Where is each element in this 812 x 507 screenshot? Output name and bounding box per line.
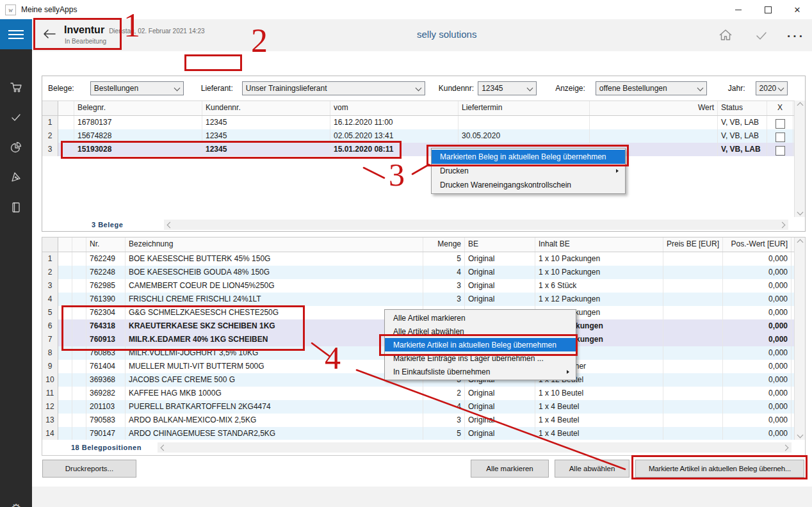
pie-chart-icon[interactable]	[0, 132, 32, 162]
menu-item[interactable]: Markierten Beleg in aktuellen Beleg über…	[432, 150, 625, 164]
rownum-cell: 8	[42, 346, 58, 360]
rownum-cell: 3	[42, 279, 58, 293]
book-icon[interactable]	[0, 192, 32, 222]
menu-item[interactable]: In Einkaufsliste übernehmen	[385, 365, 576, 378]
rownum-cell: 4	[42, 293, 58, 306]
scroll-right-icon[interactable]	[779, 221, 786, 228]
spacer-cell	[72, 279, 86, 293]
row-checkbox[interactable]	[775, 146, 785, 156]
druckreports-button[interactable]: Druckreports...	[42, 460, 136, 478]
menu-item[interactable]: Drucken Wareneingangskontrollschein	[432, 178, 625, 192]
alle-abwaehlen-button[interactable]: Alle abwählen	[555, 460, 629, 478]
belege-horizontal-scrollbar[interactable]	[164, 220, 788, 230]
menu-item-label: In Einkaufsliste übernehmen	[393, 367, 490, 376]
scroll-up-icon[interactable]	[797, 239, 803, 246]
bezeichnung-cell: CAMEMBERT COEUR DE LION45%250G	[126, 279, 423, 293]
scroll-left-icon[interactable]	[161, 444, 167, 451]
alle-markieren-button[interactable]: Alle markieren	[471, 460, 549, 478]
menge-cell: 3	[423, 293, 465, 306]
filter-dropdown[interactable]: Bestellungen	[90, 81, 184, 95]
belegnr-cell: 16780137	[74, 116, 202, 129]
menu-item[interactable]: Markierte Artikel in aktuellen Beleg übe…	[385, 338, 576, 351]
inhalt-be-cell: 1 x 12 Packungen	[535, 293, 663, 306]
spacer-cell	[72, 266, 86, 279]
table-row[interactable]: 3 15193028 12345 15.01.2020 08:11 V, VB,…	[42, 143, 794, 156]
rownum-cell: 13	[42, 414, 58, 427]
pos-wert-cell: 0,000	[723, 252, 792, 266]
positionen-vertical-scrollbar[interactable]	[794, 237, 805, 440]
row-checkbox[interactable]	[775, 119, 785, 129]
menu-item-label: Markierten Beleg in aktuellen Beleg über…	[440, 152, 606, 161]
scroll-down-icon[interactable]	[797, 209, 803, 216]
filter-dropdown[interactable]: 2020	[756, 81, 788, 95]
scroll-right-icon[interactable]	[783, 444, 789, 451]
table-row[interactable]: 12 201103 PUERELL BRATKARTOFFELN 2KG4474…	[42, 400, 794, 414]
shopping-cart-icon[interactable]	[0, 72, 32, 102]
checkmark-icon[interactable]	[0, 102, 32, 132]
kundennr-cell: 12345	[202, 143, 330, 156]
preis-be-cell	[663, 319, 723, 333]
uebernehmen-button[interactable]: Markierte Artikel in aktuellen Beleg übe…	[635, 460, 804, 478]
col-rownum	[42, 101, 58, 115]
spacer-cell	[58, 373, 72, 387]
bezeichnung-cell: BOE KAESESCHE BUTTERK 45% 150G	[126, 252, 423, 266]
nr-cell: 762985	[86, 279, 126, 293]
chevron-down-icon	[174, 85, 180, 92]
liefertermin-cell	[459, 116, 590, 129]
table-row[interactable]: 2 762248 BOE KAESESCHEIB GOUDA 48% 150G …	[42, 266, 794, 279]
filter-item: Kundennr: 12345	[439, 81, 537, 95]
maximize-icon[interactable]	[753, 0, 783, 19]
belege-vertical-scrollbar[interactable]	[794, 101, 805, 217]
chevron-down-icon	[777, 85, 784, 92]
confirm-check-icon[interactable]	[752, 26, 771, 45]
hamburger-menu-icon[interactable]	[0, 19, 32, 49]
table-row[interactable]: 3 762985 CAMEMBERT COEUR DE LION45%250G …	[42, 279, 794, 293]
chevron-down-icon	[697, 85, 703, 92]
minimize-icon[interactable]	[724, 0, 753, 19]
pizza-slice-icon[interactable]	[0, 162, 32, 192]
page-title: InventurDienstag, 02. Februar 2021 14:23	[64, 24, 205, 36]
spacer-cell	[58, 129, 74, 143]
table-row[interactable]: 13 790583 ARDO BALKAN-MEXICO-MIX 2,5KG 3…	[42, 414, 794, 427]
preis-be-cell	[663, 427, 723, 440]
pos-wert-cell: 0,000	[723, 373, 792, 387]
table-row[interactable]: 11 369282 KAFFEE HAG MKB 1000G 2 Origina…	[42, 387, 794, 400]
menge-cell: 3	[423, 279, 465, 293]
row-checkbox[interactable]	[775, 133, 785, 142]
positionen-horizontal-scrollbar[interactable]	[158, 442, 792, 453]
vom-cell: 02.05.2020 13:41	[330, 129, 459, 143]
home-icon[interactable]	[716, 26, 735, 45]
menu-item[interactable]: Drucken	[432, 164, 625, 178]
filter-dropdown[interactable]: offene Bestellungen	[596, 81, 707, 95]
scroll-up-icon[interactable]	[797, 102, 803, 109]
filter-dropdown[interactable]: 12345	[478, 81, 537, 95]
filter-item: Jahr: 2020	[728, 81, 788, 95]
table-row[interactable]: 4 761390 FRISCHLI CREME FRISCHLI 24%1LT …	[42, 293, 794, 306]
close-icon[interactable]: ✕	[783, 0, 812, 19]
more-options-icon[interactable]: ···	[786, 26, 806, 46]
menu-item[interactable]: Markierte Einträge ins Lager übernehmen …	[385, 351, 576, 365]
rownum-cell: 7	[42, 333, 58, 346]
scroll-down-icon[interactable]	[797, 432, 803, 439]
back-arrow-icon[interactable]	[40, 24, 59, 44]
be-cell: Original	[465, 427, 535, 440]
belegnr-cell: 15193028	[74, 143, 202, 156]
belege-panel: Belege: Bestellungen Lieferant: Unser Tr…	[42, 76, 806, 232]
table-row[interactable]: 2 15674828 12345 02.05.2020 13:41 30.05.…	[42, 129, 794, 143]
kundennr-cell: 12345	[202, 129, 330, 143]
filter-dropdown-value: 2020	[759, 84, 777, 93]
x-cell	[767, 129, 793, 143]
menu-item-label: Markierte Einträge ins Lager übernehmen …	[393, 354, 544, 363]
menu-item[interactable]: Alle Artikel abwählen	[385, 325, 576, 338]
scroll-left-icon[interactable]	[167, 221, 174, 228]
table-row[interactable]: 1 16780137 12345 16.12.2020 11:00 V, VB,…	[42, 116, 794, 129]
submenu-arrow-icon	[567, 370, 569, 374]
table-row[interactable]: 14 790147 ARDO CHINAGEMUESE STANDAR2,5KG…	[42, 427, 794, 440]
table-row[interactable]: 1 762249 BOE KAESESCHE BUTTERK 45% 150G …	[42, 252, 794, 266]
gear-icon[interactable]: ⚙	[0, 493, 32, 507]
filter-dropdown[interactable]: Unser Trainingslieferant	[242, 81, 425, 95]
nr-cell: 790583	[86, 414, 126, 427]
status-cell: V, VB, LAB	[718, 129, 767, 143]
menu-item[interactable]: Alle Artikel markieren	[385, 311, 576, 325]
filter-label: Lieferant:	[201, 84, 233, 93]
